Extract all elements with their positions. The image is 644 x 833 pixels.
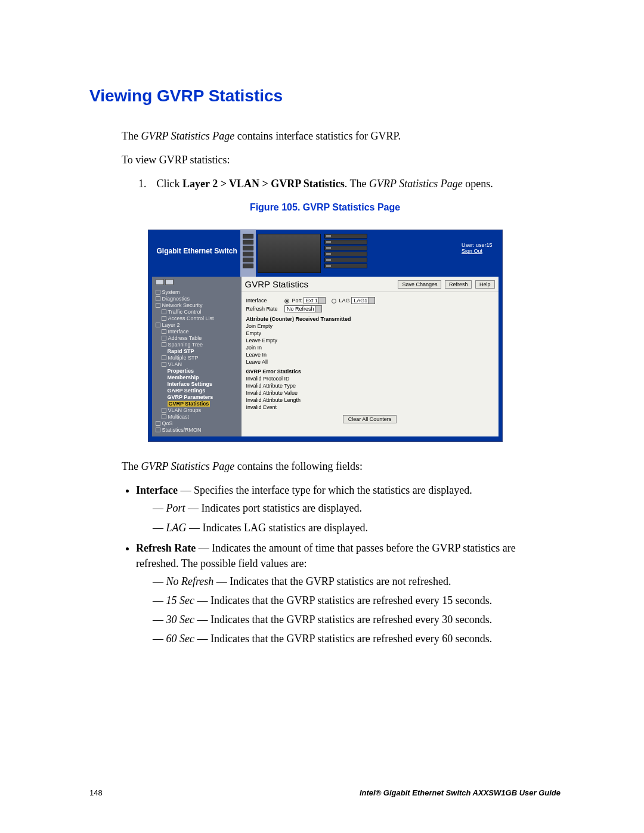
nav-qos[interactable]: QoS bbox=[156, 420, 239, 426]
refresh-rate-select[interactable]: No Refresh bbox=[284, 305, 322, 312]
sub-lag: LAG — Indicates LAG statistics are displ… bbox=[153, 520, 561, 535]
intro2: To view GVRP statistics: bbox=[122, 152, 561, 168]
lag-radio[interactable] bbox=[332, 299, 336, 304]
after-fig-para: The GVRP Statistics Page contains the fo… bbox=[122, 459, 561, 474]
figure-header: Gigabit Ethernet Switch User: user15 Sig… bbox=[148, 230, 502, 277]
field-refresh-rate: Refresh Rate — Indicates the amount of t… bbox=[136, 540, 561, 647]
txt-em: 30 Sec bbox=[166, 614, 194, 625]
txt-em: GVRP Statistics Page bbox=[141, 460, 234, 472]
txt: contains the following fields: bbox=[234, 460, 363, 472]
nav-garp-settings[interactable]: GARP Settings bbox=[168, 387, 239, 394]
user-info: User: user15 Sign Out bbox=[462, 242, 493, 254]
txt: The bbox=[122, 460, 141, 472]
panel-title: GVRP Statistics bbox=[245, 279, 308, 289]
nav-membership[interactable]: Membership bbox=[168, 374, 239, 380]
step-num: 1. bbox=[138, 176, 154, 191]
attr-row: Empty bbox=[246, 330, 494, 336]
nav-gvrp-statistics[interactable]: GVRP Statistics bbox=[168, 400, 239, 407]
nav-acl[interactable]: Access Control List bbox=[162, 315, 239, 321]
field-interface: Interface — Specifies the interface type… bbox=[136, 482, 561, 535]
txt: — Indicates that the GVRP statistics are… bbox=[194, 614, 492, 625]
txt-em: 15 Sec bbox=[166, 594, 194, 606]
lag-label: LAG bbox=[339, 298, 350, 304]
sub-30sec: 30 Sec — Indicates that the GVRP statist… bbox=[153, 612, 561, 627]
txt: — Indicates that the GVRP statistics are… bbox=[194, 633, 492, 645]
txt: Click bbox=[157, 178, 183, 190]
err-row: Invalid Attribute Length bbox=[246, 397, 494, 403]
err-row: Invalid Attribute Value bbox=[246, 390, 494, 396]
nav-rapid-stp[interactable]: Rapid STP bbox=[168, 348, 239, 354]
txt-em: GVRP Statistics Page bbox=[369, 178, 463, 190]
field-name: Refresh Rate bbox=[136, 542, 196, 554]
interface-label: Interface bbox=[246, 298, 283, 304]
port-radio[interactable] bbox=[284, 299, 289, 304]
txt: — Indicates that the GVRP statistics are… bbox=[213, 575, 451, 587]
nav-rmon[interactable]: Statistics/RMON bbox=[156, 426, 239, 433]
nav-interface[interactable]: Interface bbox=[162, 328, 239, 335]
intro-para: The GVRP Statistics Page contains interf… bbox=[122, 128, 561, 144]
txt: — Indicates that the GVRP statistics are… bbox=[194, 594, 492, 606]
nav-network-security[interactable]: Network Security bbox=[156, 302, 239, 308]
refresh-rate-label: Refresh Rate bbox=[246, 306, 283, 312]
sub-15sec: 15 Sec — Indicates that the GVRP statist… bbox=[153, 593, 561, 608]
nav-multiple-stp[interactable]: Multiple STP bbox=[162, 354, 239, 361]
lag-select[interactable]: LAG1 bbox=[351, 297, 375, 304]
attr-header: Attribute (Counter) Received Transmitted bbox=[246, 316, 494, 322]
section-heading: Viewing GVRP Statistics bbox=[89, 86, 561, 106]
figure-gvrp-screenshot: Gigabit Ethernet Switch User: user15 Sig… bbox=[148, 230, 503, 442]
nav-system[interactable]: System bbox=[156, 289, 239, 295]
nav-spanning-tree[interactable]: Spanning Tree bbox=[162, 341, 239, 348]
nav-vlan[interactable]: VLAN bbox=[162, 361, 239, 367]
nav-interface-settings[interactable]: Interface Settings bbox=[168, 380, 239, 387]
user-label: User: user15 bbox=[462, 242, 493, 248]
blade-icons bbox=[323, 230, 369, 277]
attr-row: Leave Empty bbox=[246, 337, 494, 343]
txt: . The bbox=[345, 178, 369, 190]
sub-port: Port — Indicates port statistics are dis… bbox=[153, 500, 561, 516]
attr-row: Leave All bbox=[246, 359, 494, 365]
nav-diagnostics[interactable]: Diagnostics bbox=[156, 295, 239, 302]
nav-tools[interactable] bbox=[156, 279, 239, 287]
rack-graphic bbox=[258, 234, 321, 273]
nav-traffic-control[interactable]: Traffic Control bbox=[162, 308, 239, 315]
port-label: Port bbox=[292, 298, 302, 304]
nav-layer2[interactable]: Layer 2 bbox=[156, 321, 239, 328]
sub-no-refresh: No Refresh — Indicates that the GVRP sta… bbox=[153, 574, 561, 589]
txt: The bbox=[122, 130, 141, 142]
txt-em: GVRP Statistics Page bbox=[141, 130, 234, 142]
save-changes-button[interactable]: Save Changes bbox=[398, 280, 441, 289]
nav-vlan-groups[interactable]: VLAN Groups bbox=[162, 407, 239, 413]
nav-multicast[interactable]: Multicast bbox=[162, 413, 239, 420]
nav-path: Layer 2 > VLAN > GVRP Statistics bbox=[182, 178, 345, 190]
err-row: Invalid Protocol ID bbox=[246, 376, 494, 382]
txt-em: 60 Sec bbox=[166, 633, 194, 645]
txt: opens. bbox=[463, 178, 493, 190]
page-footer: 148 Intel® Gigabit Ethernet Switch AXXSW… bbox=[89, 788, 561, 797]
nav-properties[interactable]: Properties bbox=[168, 367, 239, 374]
nav-gvrp-parameters[interactable]: GVRP Parameters bbox=[168, 394, 239, 400]
refresh-rate-row: Refresh Rate No Refresh bbox=[246, 305, 494, 312]
field-desc: — Specifies the interface type for which… bbox=[178, 484, 472, 496]
port-select[interactable]: Ext 1 bbox=[304, 297, 326, 304]
attr-row: Join In bbox=[246, 345, 494, 351]
err-row: Invalid Event bbox=[246, 404, 494, 410]
txt: — Indicates LAG statistics are displayed… bbox=[187, 522, 368, 534]
err-row: Invalid Attribute Type bbox=[246, 383, 494, 389]
help-button[interactable]: Help bbox=[475, 280, 495, 289]
field-name: Interface bbox=[136, 484, 178, 496]
nav-tree: System Diagnostics Network Security Traf… bbox=[152, 277, 242, 436]
attr-row: Join Empty bbox=[246, 323, 494, 329]
refresh-button[interactable]: Refresh bbox=[445, 280, 472, 289]
clear-counters-button[interactable]: Clear All Counters bbox=[343, 415, 397, 423]
interface-row: Interface Port Ext 1 LAG LAG1 bbox=[246, 297, 494, 304]
txt: contains interface statistics for GVRP. bbox=[234, 130, 401, 142]
brand-label: Gigabit Ethernet Switch bbox=[148, 230, 238, 277]
txt: — Indicates port statistics are displaye… bbox=[185, 502, 362, 514]
nav-address-table[interactable]: Address Table bbox=[162, 335, 239, 341]
nav-active-item: GVRP Statistics bbox=[168, 401, 210, 407]
guide-title: Intel® Gigabit Ethernet Switch AXXSW1GB … bbox=[360, 788, 561, 797]
txt-em: LAG bbox=[166, 522, 187, 534]
txt-em: No Refresh bbox=[166, 575, 214, 587]
sub-60sec: 60 Sec — Indicates that the GVRP statist… bbox=[153, 631, 561, 646]
sign-out-link[interactable]: Sign Out bbox=[462, 248, 493, 254]
